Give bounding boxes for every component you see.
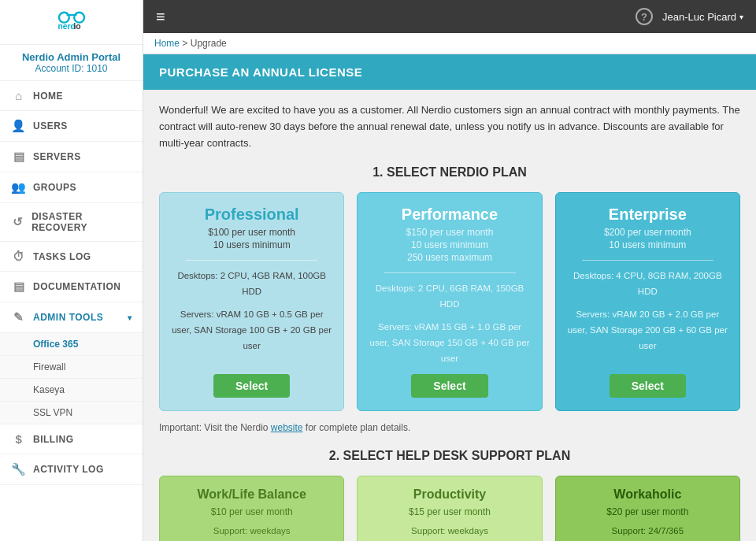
- activity-log-icon: 🔧: [11, 462, 27, 476]
- sidebar-logo: nerd io: [0, 0, 143, 45]
- sidebar-item-label: TASKS LOG: [33, 251, 91, 262]
- breadcrumb-current: Upgrade: [191, 38, 227, 49]
- plan-select-button-professional[interactable]: Select: [213, 374, 290, 398]
- plan-min-users-enterprise: 10 users minimum: [609, 239, 686, 250]
- sidebar-submenu-office365[interactable]: Office 365: [0, 333, 143, 356]
- plan-name-enterprise: Enterprise: [609, 206, 687, 224]
- sidebar-item-label: ADMIN TOOLS: [33, 312, 103, 323]
- plan-min-users-performance: 10 users minimum: [411, 239, 488, 250]
- nerdio-logo-icon: nerd io: [53, 9, 91, 33]
- helpdesk-name-workaholic: Workaholic: [565, 487, 730, 502]
- helpdesk-plans-grid: Work/Life Balance $10 per user month Sup…: [159, 476, 740, 541]
- portal-name: Nerdio Admin Portal: [8, 51, 135, 63]
- sidebar-item-groups[interactable]: 👥 GROUPS: [0, 172, 143, 203]
- svg-text:nerd: nerd: [57, 22, 76, 31]
- sidebar-item-label: BILLING: [33, 434, 74, 445]
- sidebar-item-home[interactable]: ⌂ HOME: [0, 81, 143, 111]
- sidebar-item-label: SERVERS: [33, 151, 81, 162]
- breadcrumb: Home > Upgrade: [143, 33, 756, 54]
- helpdesk-specs-productivity: Support: weekdays7am to 7pm local UStime…: [367, 524, 532, 541]
- helpdesk-card-worklife: Work/Life Balance $10 per user month Sup…: [159, 476, 344, 541]
- breadcrumb-separator: >: [182, 38, 187, 49]
- sidebar-item-activity-log[interactable]: 🔧 ACTIVITY LOG: [0, 454, 143, 485]
- important-note-suffix: for complete plan details.: [303, 422, 411, 433]
- sidebar-account: Nerdio Admin Portal Account ID: 1010: [0, 45, 143, 81]
- help-button[interactable]: ?: [636, 8, 653, 25]
- svg-text:io: io: [73, 22, 80, 31]
- content-body: Wonderful! We are excited to have you as…: [143, 90, 756, 541]
- helpdesk-specs-workaholic: Support: 24/7/365Severity 1 resolution:2…: [565, 524, 730, 541]
- svg-point-0: [59, 13, 69, 23]
- plan-desktop-specs-professional: Desktops: 2 CPU, 4GB RAM, 100GB HDD: [169, 269, 334, 299]
- breadcrumb-home[interactable]: Home: [154, 38, 180, 49]
- sidebar-item-documentation[interactable]: ▤ DOCUMENTATION: [0, 272, 143, 302]
- important-note-link[interactable]: website: [271, 422, 303, 433]
- plan-price-professional: $100 per user month: [208, 227, 295, 238]
- admin-tools-submenu: Office 365 Firewall Kaseya SSL VPN: [0, 333, 143, 424]
- important-note-prefix: Important: Visit the Nerdio: [159, 422, 271, 433]
- helpdesk-specs-worklife: Support: weekdays8am to 5pm local UStime…: [169, 524, 334, 541]
- main-area: ≡ ? Jean-Luc Picard ▾ Home > Upgrade PUR…: [143, 0, 756, 541]
- user-menu-chevron: ▾: [739, 13, 743, 21]
- plan-server-specs-performance: Servers: vRAM 15 GB + 1.0 GB per user, S…: [367, 320, 532, 366]
- chevron-down-icon: ▾: [128, 313, 132, 322]
- sidebar-submenu-ssl-vpn[interactable]: SSL VPN: [0, 402, 143, 424]
- plan-server-specs-enterprise: Servers: vRAM 20 GB + 2.0 GB per user, S…: [565, 307, 730, 354]
- users-icon: 👤: [11, 119, 27, 133]
- intro-text: Wonderful! We are excited to have you as…: [159, 102, 740, 151]
- sidebar-item-label: DOCUMENTATION: [33, 281, 120, 292]
- topbar-right: ? Jean-Luc Picard ▾: [636, 8, 743, 25]
- svg-point-1: [74, 13, 84, 23]
- user-name: Jean-Luc Picard: [662, 11, 736, 23]
- documentation-icon: ▤: [11, 280, 27, 294]
- plan-card-professional: Professional $100 per user month 10 user…: [159, 192, 344, 411]
- sidebar-item-label: DISASTER RECOVERY: [32, 211, 132, 233]
- account-id: Account ID: 1010: [8, 63, 135, 74]
- sidebar-submenu-kaseya[interactable]: Kaseya: [0, 379, 143, 402]
- sidebar-item-disaster-recovery[interactable]: ↺ DISASTER RECOVERY: [0, 203, 143, 242]
- section1-title: 1. SELECT NERDIO PLAN: [159, 165, 740, 180]
- sidebar-item-label: GROUPS: [33, 182, 76, 193]
- plan-desktop-specs-enterprise: Desktops: 4 CPU, 8GB RAM, 200GB HDD: [565, 269, 730, 299]
- helpdesk-price-productivity: $15 per user month: [367, 506, 532, 517]
- helpdesk-price-worklife: $10 per user month: [169, 506, 334, 517]
- section2-title: 2. SELECT HELP DESK SUPPORT PLAN: [159, 449, 740, 463]
- plan-name-performance: Performance: [402, 206, 498, 224]
- plan-desktop-specs-performance: Desktops: 2 CPU, 6GB RAM, 150GB HDD: [367, 281, 532, 312]
- sidebar-item-label: USERS: [33, 120, 68, 132]
- helpdesk-price-workaholic: $20 per user month: [565, 506, 730, 517]
- groups-icon: 👥: [11, 180, 27, 195]
- sidebar-item-label: HOME: [33, 91, 63, 102]
- plan-card-performance: Performance $150 per user month 10 users…: [357, 192, 542, 411]
- important-note: Important: Visit the Nerdio website for …: [159, 422, 740, 433]
- sidebar-item-servers[interactable]: ▤ SERVERS: [0, 142, 143, 172]
- hamburger-menu-button[interactable]: ≡: [156, 8, 165, 26]
- helpdesk-name-productivity: Productivity: [367, 487, 532, 502]
- disaster-recovery-icon: ↺: [11, 215, 25, 229]
- sidebar-item-tasks-log[interactable]: ⏱ TASKS LOG: [0, 242, 143, 272]
- plan-select-button-performance[interactable]: Select: [411, 374, 487, 398]
- plan-max-users-performance: 250 users maximum: [407, 252, 492, 263]
- sidebar-item-users[interactable]: 👤 USERS: [0, 111, 143, 142]
- servers-icon: ▤: [11, 150, 27, 164]
- helpdesk-name-worklife: Work/Life Balance: [169, 487, 334, 502]
- topbar: ≡ ? Jean-Luc Picard ▾: [143, 0, 756, 33]
- sidebar-submenu-firewall[interactable]: Firewall: [0, 356, 143, 379]
- nerdio-plans-grid: Professional $100 per user month 10 user…: [159, 192, 740, 411]
- plan-card-enterprise: Enterprise $200 per user month 10 users …: [555, 192, 740, 411]
- plan-price-performance: $150 per user month: [406, 227, 494, 238]
- plan-price-enterprise: $200 per user month: [604, 227, 691, 238]
- helpdesk-card-productivity: Productivity $15 per user month Support:…: [357, 476, 542, 541]
- plan-name-professional: Professional: [205, 206, 299, 224]
- plan-select-button-enterprise[interactable]: Select: [610, 374, 686, 398]
- purchase-header: PURCHASE AN ANNUAL LICENSE: [143, 54, 756, 90]
- billing-icon: $: [11, 432, 27, 446]
- sidebar: nerd io Nerdio Admin Portal Account ID: …: [0, 0, 143, 541]
- admin-tools-icon: ✎: [11, 310, 27, 324]
- sidebar-item-label: ACTIVITY LOG: [33, 464, 104, 475]
- home-icon: ⌂: [11, 89, 27, 102]
- user-menu[interactable]: Jean-Luc Picard ▾: [662, 11, 743, 23]
- sidebar-item-admin-tools[interactable]: ✎ ADMIN TOOLS ▾: [0, 302, 143, 333]
- sidebar-item-billing[interactable]: $ BILLING: [0, 424, 143, 454]
- plan-server-specs-professional: Servers: vRAM 10 GB + 0.5 GB per user, S…: [169, 307, 334, 354]
